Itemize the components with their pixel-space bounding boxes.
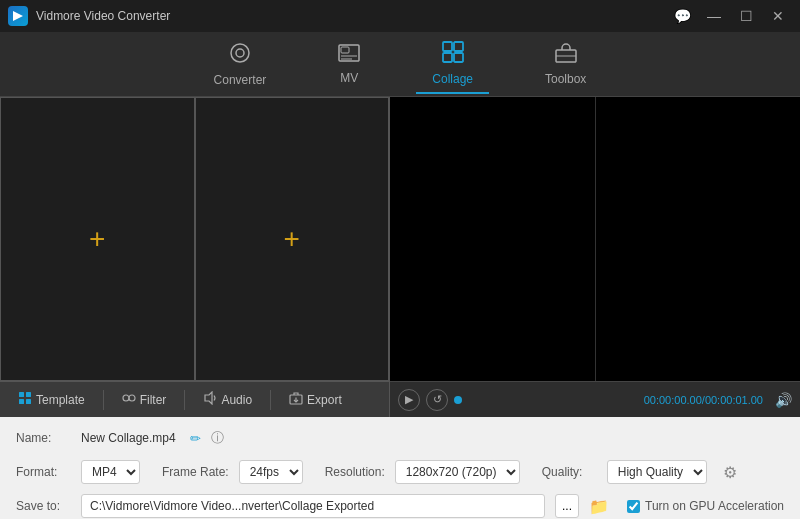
preview-cell-2 (596, 97, 801, 381)
window-controls: 💬 — ☐ ✕ (668, 6, 792, 26)
main-content: + + Template (0, 97, 800, 417)
svg-marker-0 (13, 11, 23, 21)
add-media-icon-1: + (89, 223, 105, 255)
svg-rect-10 (454, 53, 463, 62)
tab-mv-label: MV (340, 71, 358, 85)
svg-rect-4 (341, 47, 349, 53)
audio-icon (203, 391, 217, 408)
svg-rect-8 (454, 42, 463, 51)
mv-icon (338, 44, 360, 67)
name-label: Name: (16, 431, 71, 445)
audio-btn[interactable]: Audio (193, 387, 262, 412)
tab-converter[interactable]: Converter (198, 36, 283, 93)
filter-btn[interactable]: Filter (112, 387, 177, 412)
resolution-select[interactable]: 1280x720 (720p) (395, 460, 520, 484)
svg-rect-13 (19, 392, 24, 397)
preview-cell-1 (390, 97, 596, 381)
name-info-icon[interactable]: ⓘ (211, 429, 224, 447)
preview-controls: ▶ ↺ 00:00:00.00/00:00:01.00 🔊 (390, 381, 800, 417)
format-label: Format: (16, 465, 71, 479)
titlebar: Vidmore Video Converter 💬 — ☐ ✕ (0, 0, 800, 32)
filter-label: Filter (140, 393, 167, 407)
svg-marker-19 (205, 392, 212, 404)
resolution-label: Resolution: (325, 465, 385, 479)
collage-cell-1[interactable]: + (0, 97, 195, 381)
progress-indicator (454, 396, 462, 404)
tab-toolbox[interactable]: Toolbox (529, 37, 602, 92)
chat-btn[interactable]: 💬 (668, 6, 696, 26)
tab-collage[interactable]: Collage (416, 35, 489, 94)
rewind-btn[interactable]: ↺ (426, 389, 448, 411)
close-btn[interactable]: ✕ (764, 6, 792, 26)
template-label: Template (36, 393, 85, 407)
tab-collage-label: Collage (432, 72, 473, 86)
gpu-check: Turn on GPU Acceleration (627, 499, 784, 513)
app-title: Vidmore Video Converter (36, 9, 668, 23)
format-row: Format: MP4 Frame Rate: 24fps Resolution… (16, 459, 784, 485)
divider-1 (103, 390, 104, 410)
tab-converter-label: Converter (214, 73, 267, 87)
gpu-checkbox[interactable] (627, 500, 640, 513)
quality-gear-icon[interactable]: ⚙ (723, 463, 737, 482)
divider-2 (184, 390, 185, 410)
right-panel: ▶ ↺ 00:00:00.00/00:00:01.00 🔊 (390, 97, 800, 417)
folder-btn[interactable]: 📁 (589, 497, 609, 516)
name-edit-icon[interactable]: ✏ (190, 431, 201, 446)
tab-toolbox-label: Toolbox (545, 72, 586, 86)
svg-point-1 (231, 44, 249, 62)
name-row: Name: New Collage.mp4 ✏ ⓘ (16, 425, 784, 451)
svg-point-18 (129, 395, 135, 401)
app-logo (8, 6, 28, 26)
gpu-label: Turn on GPU Acceleration (645, 499, 784, 513)
svg-rect-15 (19, 399, 24, 404)
left-panel: + + Template (0, 97, 390, 417)
quality-select[interactable]: High Quality (607, 460, 707, 484)
collage-cell-2[interactable]: + (195, 97, 390, 381)
svg-point-17 (123, 395, 129, 401)
svg-rect-9 (443, 53, 452, 62)
audio-label: Audio (221, 393, 252, 407)
nav-tabs: Converter MV Collage (0, 32, 800, 97)
save-to-label: Save to: (16, 499, 71, 513)
export-toolbar-btn[interactable]: Export (279, 387, 352, 412)
frame-rate-select[interactable]: 24fps (239, 460, 303, 484)
toolbox-icon (555, 43, 577, 68)
settings-panel: Name: New Collage.mp4 ✏ ⓘ Format: MP4 Fr… (0, 417, 800, 519)
preview-area (390, 97, 800, 381)
save-to-path[interactable]: C:\Vidmore\Vidmore Video...nverter\Colla… (81, 494, 545, 518)
volume-icon[interactable]: 🔊 (775, 392, 792, 408)
quality-label: Quality: (542, 465, 597, 479)
play-btn[interactable]: ▶ (398, 389, 420, 411)
converter-icon (229, 42, 251, 69)
divider-3 (270, 390, 271, 410)
maximize-btn[interactable]: ☐ (732, 6, 760, 26)
export-icon (289, 391, 303, 408)
export-label: Export (307, 393, 342, 407)
svg-rect-14 (26, 392, 31, 397)
collage-area: + + (0, 97, 389, 381)
filter-icon (122, 391, 136, 408)
template-btn[interactable]: Template (8, 387, 95, 412)
minimize-btn[interactable]: — (700, 6, 728, 26)
add-media-icon-2: + (284, 223, 300, 255)
svg-rect-16 (26, 399, 31, 404)
collage-icon (442, 41, 464, 68)
time-display: 00:00:00.00/00:00:01.00 (644, 394, 763, 406)
template-icon (18, 391, 32, 408)
format-select[interactable]: MP4 (81, 460, 140, 484)
name-value: New Collage.mp4 (81, 431, 176, 445)
frame-rate-label: Frame Rate: (162, 465, 229, 479)
more-options-btn[interactable]: ... (555, 494, 579, 518)
tab-mv[interactable]: MV (322, 38, 376, 91)
save-to-row: Save to: C:\Vidmore\Vidmore Video...nver… (16, 493, 784, 519)
left-toolbar: Template Filter (0, 381, 389, 417)
svg-rect-7 (443, 42, 452, 51)
svg-point-2 (236, 49, 244, 57)
